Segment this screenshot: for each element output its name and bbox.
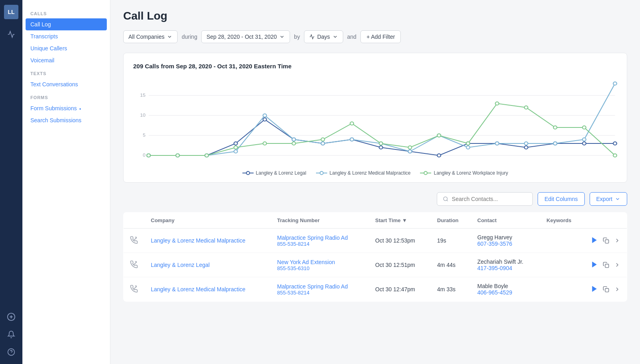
play-button[interactable] bbox=[591, 237, 598, 245]
company-filter[interactable]: All Companies bbox=[123, 30, 178, 43]
svg-point-49 bbox=[205, 154, 208, 157]
tracking-link[interactable]: Malpractice Spring Radio Ad bbox=[277, 235, 348, 241]
svg-point-28 bbox=[582, 142, 586, 145]
row-duration: 4m 33s bbox=[431, 277, 471, 302]
svg-point-58 bbox=[466, 142, 470, 145]
search-input[interactable] bbox=[452, 196, 527, 202]
svg-point-63 bbox=[613, 154, 617, 157]
svg-point-51 bbox=[263, 142, 267, 145]
col-keywords[interactable]: Keywords bbox=[540, 213, 584, 229]
contact-phone-link[interactable]: 607-359-3576 bbox=[477, 241, 512, 247]
svg-point-21 bbox=[379, 146, 383, 149]
contact-phone-link[interactable]: 406-965-4529 bbox=[477, 289, 512, 296]
row-company: Langley & Lorenz Medical Malpractice bbox=[144, 277, 271, 302]
row-tracking: New York Ad Extension 855-535-6310 bbox=[271, 253, 369, 277]
row-call-icon bbox=[124, 253, 145, 277]
row-tracking: Malpractice Spring Radio Ad 855-535-8214 bbox=[271, 229, 369, 253]
date-range-filter[interactable]: Sep 28, 2020 - Oct 31, 2020 bbox=[201, 30, 290, 43]
contact-phone-link[interactable]: 417-395-0904 bbox=[477, 265, 512, 271]
svg-point-42 bbox=[495, 142, 499, 145]
phone-icon bbox=[130, 261, 138, 269]
col-company[interactable]: Company bbox=[144, 213, 271, 229]
svg-point-82 bbox=[246, 171, 250, 175]
svg-point-50 bbox=[234, 146, 238, 149]
svg-point-47 bbox=[147, 154, 150, 157]
by-label: by bbox=[294, 34, 300, 40]
svg-point-52 bbox=[292, 142, 296, 145]
export-button[interactable]: Export bbox=[590, 192, 627, 206]
svg-point-39 bbox=[408, 150, 412, 153]
col-contact[interactable]: Contact bbox=[471, 213, 540, 229]
search-box[interactable] bbox=[437, 192, 533, 206]
company-link[interactable]: Langley & Lorenz Legal bbox=[151, 262, 210, 268]
edit-columns-button[interactable]: Edit Columns bbox=[538, 192, 584, 206]
analytics-icon[interactable] bbox=[4, 27, 18, 42]
avatar[interactable]: LL bbox=[4, 5, 18, 19]
svg-point-17 bbox=[263, 118, 267, 121]
chevron-right-icon[interactable] bbox=[614, 237, 620, 244]
col-duration[interactable]: Duration bbox=[431, 213, 471, 229]
bell-icon[interactable] bbox=[4, 327, 18, 342]
svg-point-41 bbox=[466, 146, 470, 149]
col-tracking[interactable]: Tracking Number bbox=[271, 213, 369, 229]
nav-search-submissions[interactable]: Search Submissions bbox=[22, 114, 110, 126]
chevron-down-icon bbox=[332, 34, 338, 40]
play-button[interactable] bbox=[591, 285, 598, 294]
nav-text-conversations[interactable]: Text Conversations bbox=[22, 78, 110, 90]
tracking-link[interactable]: New York Ad Extension bbox=[277, 259, 335, 265]
copy-button[interactable] bbox=[603, 237, 609, 244]
chart-title: 209 Calls from Sep 28, 2020 - Oct 31, 20… bbox=[133, 63, 617, 70]
legend-workplace: Langley & Lorenz Workplace Injury bbox=[420, 170, 508, 176]
chevron-down-icon bbox=[615, 196, 620, 202]
svg-text:10: 10 bbox=[140, 113, 145, 117]
add-icon[interactable] bbox=[4, 310, 18, 324]
company-link[interactable]: Langley & Lorenz Medical Malpractice bbox=[151, 286, 246, 292]
copy-button[interactable] bbox=[603, 262, 609, 268]
svg-point-55 bbox=[379, 142, 383, 145]
help-icon[interactable] bbox=[4, 345, 18, 359]
phone-icon bbox=[130, 285, 138, 293]
svg-point-23 bbox=[437, 154, 441, 157]
svg-point-60 bbox=[524, 106, 528, 109]
contact-name: Zechariah Swift Jr. bbox=[477, 259, 534, 265]
svg-rect-97 bbox=[605, 288, 609, 292]
svg-point-84 bbox=[320, 171, 323, 175]
copy-button[interactable] bbox=[603, 286, 609, 292]
svg-marker-90 bbox=[592, 237, 597, 243]
company-link[interactable]: Langley & Lorenz Medical Malpractice bbox=[151, 237, 246, 244]
col-start-time[interactable]: Start Time ▼ bbox=[369, 213, 431, 229]
row-tracking: Malpractice Spring Radio Ad 855-535-8214 bbox=[271, 277, 369, 302]
row-keywords bbox=[540, 277, 584, 302]
add-filter-button[interactable]: + Add Filter bbox=[360, 30, 401, 43]
play-button[interactable] bbox=[591, 261, 598, 269]
svg-point-16 bbox=[234, 142, 238, 145]
svg-rect-91 bbox=[605, 240, 609, 243]
data-table: Company Tracking Number Start Time ▼ Dur… bbox=[123, 212, 627, 302]
trend-icon bbox=[309, 34, 315, 40]
nav-transcripts[interactable]: Transcripts bbox=[22, 30, 110, 42]
svg-point-87 bbox=[444, 197, 448, 201]
svg-text:5: 5 bbox=[143, 133, 146, 137]
tracking-link[interactable]: Malpractice Spring Radio Ad bbox=[277, 283, 348, 290]
days-filter[interactable]: Days bbox=[304, 30, 343, 43]
row-start-time: Oct 30 12:51pm bbox=[369, 253, 431, 277]
during-label: during bbox=[182, 34, 197, 40]
row-actions bbox=[584, 253, 627, 277]
row-company: Langley & Lorenz Legal bbox=[144, 253, 271, 277]
svg-point-35 bbox=[292, 138, 296, 141]
svg-point-53 bbox=[321, 138, 325, 141]
nav-call-log[interactable]: Call Log bbox=[26, 18, 107, 30]
svg-point-45 bbox=[582, 138, 586, 141]
legend-line-medical bbox=[316, 171, 327, 175]
chevron-right-icon[interactable] bbox=[614, 262, 620, 268]
svg-point-57 bbox=[437, 134, 441, 137]
svg-line-92 bbox=[133, 262, 136, 265]
chevron-right-icon[interactable] bbox=[614, 286, 620, 292]
nav-unique-callers[interactable]: Unique Callers bbox=[22, 42, 110, 54]
nav-form-submissions[interactable]: Form Submissions bbox=[22, 102, 110, 114]
chart-svg: 0 5 10 15 bbox=[133, 78, 617, 157]
row-call-icon bbox=[124, 277, 145, 302]
svg-point-26 bbox=[524, 146, 528, 149]
nav-voicemail[interactable]: Voicemail bbox=[22, 54, 110, 66]
legend-line-legal bbox=[242, 171, 254, 175]
